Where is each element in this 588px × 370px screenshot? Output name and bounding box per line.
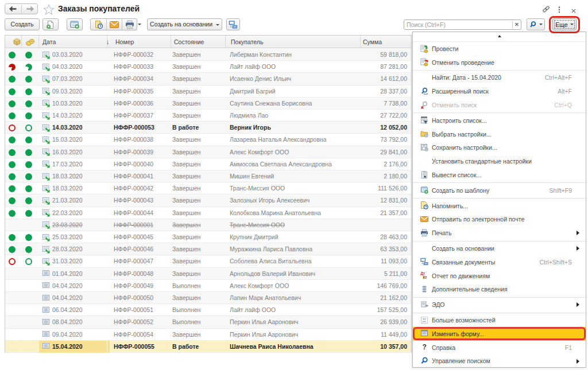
svg-text:?: ? xyxy=(422,344,426,352)
svg-text:Кт: Кт xyxy=(423,275,427,279)
